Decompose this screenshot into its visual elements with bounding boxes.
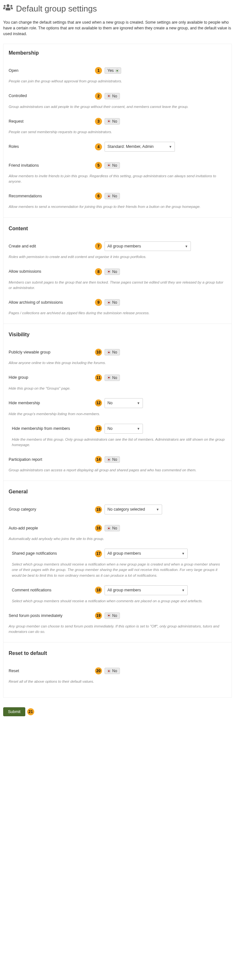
marker-19: 19 <box>95 612 102 619</box>
page-title: Default group settings <box>3 3 232 15</box>
help-commentnotify: Select which group members should receiv… <box>12 598 226 604</box>
help-recommend: Allow members to send a recommendation f… <box>9 204 226 210</box>
marker-4: 4 <box>95 143 102 150</box>
radio-icon <box>107 458 110 461</box>
section-content: Content <box>9 225 226 232</box>
switch-open[interactable]: Yes <box>105 67 121 74</box>
label-recommend: Recommendations <box>9 193 95 199</box>
marker-12: 12 <box>95 399 102 407</box>
switch-hidegroup[interactable]: No <box>105 375 120 381</box>
submit-row: Submit 21 <box>3 707 232 716</box>
submit-button[interactable]: Submit <box>3 707 25 716</box>
switch-sendforum[interactable]: No <box>105 612 120 619</box>
field-reset: Reset 20 No <box>9 666 226 676</box>
field-commentnotify: Comment notifications 18 All group membe… <box>9 585 226 595</box>
select-hidemember[interactable]: No ▼ <box>105 398 143 408</box>
help-hidemember: Hide the group's membership listing from… <box>9 411 226 417</box>
radio-icon <box>107 614 110 617</box>
marker-13: 13 <box>95 425 102 432</box>
switch-controlled[interactable]: No <box>105 93 120 99</box>
radio-icon <box>107 376 110 379</box>
switch-recommend[interactable]: No <box>105 193 120 199</box>
switch-request[interactable]: No <box>105 118 120 124</box>
select-commentnotify-value: All group members <box>107 587 141 593</box>
label-reset: Reset <box>9 668 95 674</box>
switch-participation[interactable]: No <box>105 456 120 463</box>
label-roles: Roles <box>9 144 95 150</box>
switch-reset-value: No <box>112 669 117 673</box>
field-participation: Participation report 14 No <box>9 455 226 464</box>
help-allowsub: Members can submit pages to the group th… <box>9 280 226 291</box>
marker-15: 15 <box>95 506 102 513</box>
field-category: Group category 15 No category selected ▼ <box>9 504 226 514</box>
select-createedit[interactable]: All group members ▼ <box>105 242 191 251</box>
radio-icon <box>107 164 110 167</box>
switch-controlled-value: No <box>112 94 117 98</box>
field-controlled: Controlled 2 No <box>9 91 226 101</box>
label-category: Group category <box>9 506 95 512</box>
help-friendinv: Allow members to invite friends to join … <box>9 173 226 185</box>
help-controlled: Group administrators can add people to t… <box>9 104 226 110</box>
select-commentnotify[interactable]: All group members ▼ <box>105 585 188 595</box>
marker-14: 14 <box>95 456 102 463</box>
field-autoadd: Auto-add people 16 No <box>9 523 226 533</box>
help-hidegroup: Hide this group on the "Groups" page. <box>9 386 226 391</box>
label-open: Open <box>9 68 95 74</box>
field-hidememfrom: Hide membership from members 13 No ▼ <box>9 424 226 434</box>
label-hidememfrom: Hide membership from members <box>9 426 95 432</box>
switch-friendinv-value: No <box>112 164 117 167</box>
switch-allowsub[interactable]: No <box>105 269 120 275</box>
label-controlled: Controlled <box>9 93 95 99</box>
radio-icon <box>107 669 110 673</box>
section-membership: Membership <box>9 49 226 57</box>
caret-icon: ▼ <box>169 144 172 149</box>
switch-request-value: No <box>112 119 117 123</box>
marker-2: 2 <box>95 92 102 100</box>
marker-18: 18 <box>95 587 102 593</box>
field-public: Publicly viewable group 10 No <box>9 347 226 357</box>
field-createedit: Create and edit 7 All group members ▼ <box>9 242 226 251</box>
help-request: People can send membership requests to g… <box>9 129 226 135</box>
marker-11: 11 <box>95 374 102 381</box>
select-category[interactable]: No category selected ▼ <box>105 504 162 514</box>
caret-icon: ▼ <box>182 551 185 556</box>
field-hidemember: Hide membership 12 No ▼ <box>9 398 226 408</box>
radio-icon <box>107 270 110 273</box>
switch-friendinv[interactable]: No <box>105 162 120 169</box>
select-hidemember-value: No <box>107 400 112 406</box>
radio-icon <box>107 351 110 354</box>
switch-participation-value: No <box>112 458 117 461</box>
select-hidememfrom[interactable]: No ▼ <box>105 424 143 434</box>
field-allowsub: Allow submissions 8 No <box>9 267 226 277</box>
page-intro: You can change the default settings that… <box>3 19 232 37</box>
marker-10: 10 <box>95 349 102 356</box>
section-visibility: Visibility <box>9 331 226 339</box>
switch-allowarch-value: No <box>112 301 117 304</box>
label-request: Request <box>9 118 95 124</box>
radio-icon <box>115 69 119 73</box>
switch-allowarch[interactable]: No <box>105 299 120 305</box>
select-sharednotify[interactable]: All group members ▼ <box>105 549 188 558</box>
label-autoadd: Auto-add people <box>9 525 95 531</box>
help-hidememfrom: Hide the members of this group. Only gro… <box>12 437 226 448</box>
switch-sendforum-value: No <box>112 614 117 617</box>
select-roles[interactable]: Standard: Member, Admin ▼ <box>105 142 175 152</box>
help-open: People can join the group without approv… <box>9 78 226 84</box>
switch-public[interactable]: No <box>105 349 120 355</box>
radio-icon <box>107 119 110 123</box>
field-roles: Roles 4 Standard: Member, Admin ▼ <box>9 142 226 152</box>
field-open: Open 1 Yes <box>9 66 226 75</box>
select-createedit-value: All group members <box>107 243 141 250</box>
switch-public-value: No <box>112 350 117 354</box>
radio-icon <box>107 527 110 530</box>
select-hidememfrom-value: No <box>107 426 112 432</box>
caret-icon: ▼ <box>137 401 140 406</box>
marker-5: 5 <box>95 162 102 169</box>
label-allowsub: Allow submissions <box>9 269 95 275</box>
help-public: Allow anyone online to view this group i… <box>9 360 226 366</box>
help-sharednotify: Select which group members should receiv… <box>12 562 226 578</box>
marker-16: 16 <box>95 525 102 532</box>
label-sharednotify: Shared page notifications <box>9 550 95 557</box>
switch-autoadd[interactable]: No <box>105 525 120 531</box>
switch-reset[interactable]: No <box>105 668 120 674</box>
